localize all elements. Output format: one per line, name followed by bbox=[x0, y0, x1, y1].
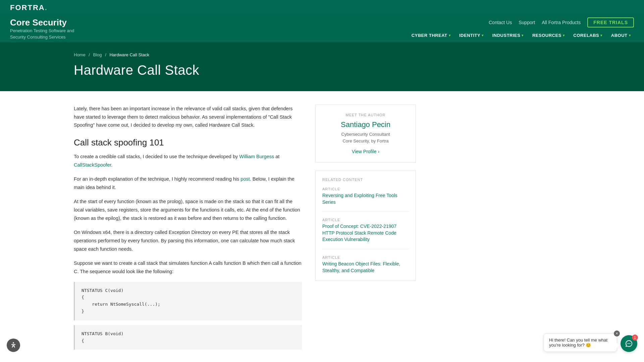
related-item-2-type: ARTICLE bbox=[322, 218, 409, 222]
nav-resources-label: RESOURCES bbox=[532, 33, 561, 38]
all-fortra-products-link[interactable]: All Fortra Products bbox=[542, 20, 581, 25]
header-brand: Core Security Penetration Testing Softwa… bbox=[10, 17, 84, 40]
chevron-right-icon: › bbox=[378, 149, 380, 154]
related-item-1-type: ARTICLE bbox=[322, 187, 409, 191]
william-burgess-link[interactable]: William Burgess bbox=[239, 154, 274, 159]
chat-bubble-text: Hi there! Can you tell me what you're lo… bbox=[549, 338, 607, 348]
brand-subtitle: Penetration Testing Software and Securit… bbox=[10, 28, 84, 40]
nav-corelabs-label: CORELABS bbox=[573, 33, 599, 38]
svg-point-0 bbox=[627, 343, 628, 344]
related-item-3-type: ARTICLE bbox=[322, 255, 409, 259]
header-right: Contact Us Support All Fortra Products F… bbox=[408, 17, 634, 41]
nav-about-label: ABOUT bbox=[611, 33, 628, 38]
chat-icon bbox=[625, 340, 633, 348]
sidebar: MEET THE AUTHOR Santiago Pecin Cybersecu… bbox=[315, 105, 416, 354]
nav-identity[interactable]: IDENTITY ▾ bbox=[456, 30, 487, 41]
breadcrumb-sep: / bbox=[89, 52, 90, 57]
chevron-down-icon: ▾ bbox=[522, 34, 524, 37]
hero-section: Home / Blog / Hardware Call Stack Hardwa… bbox=[0, 42, 644, 91]
author-company: Core Security, by Fortra bbox=[342, 138, 388, 143]
nav-industries-label: INDUSTRIES bbox=[492, 33, 521, 38]
related-label: RELATED CONTENT bbox=[322, 178, 409, 182]
related-item-3: ARTICLE Writing Beacon Object Files: Fle… bbox=[322, 255, 409, 274]
site-header: Core Security Penetration Testing Softwa… bbox=[0, 15, 644, 42]
chevron-down-icon: ▾ bbox=[563, 34, 565, 37]
accessibility-icon bbox=[10, 342, 17, 349]
author-title: Cybersecurity Consultant Core Security, … bbox=[322, 131, 409, 144]
contact-us-link[interactable]: Contact Us bbox=[489, 20, 512, 25]
chevron-down-icon: ▾ bbox=[482, 34, 484, 37]
article-para3: At the start of every function (known as… bbox=[74, 197, 302, 222]
top-links: Contact Us Support All Fortra Products F… bbox=[489, 17, 634, 27]
main-nav: CYBER THREAT ▾ IDENTITY ▾ INDUSTRIES ▾ R… bbox=[408, 30, 634, 41]
chevron-down-icon: ▾ bbox=[629, 34, 631, 37]
callstackspoofer-link[interactable]: CallStackSpoofer bbox=[74, 162, 111, 168]
related-item-3-link[interactable]: Writing Beacon Object Files: Flexible, S… bbox=[322, 261, 400, 273]
nav-cyber-threat[interactable]: CYBER THREAT ▾ bbox=[408, 30, 454, 41]
nav-industries[interactable]: INDUSTRIES ▾ bbox=[489, 30, 527, 41]
article-body: Lately, there has been an important incr… bbox=[74, 105, 302, 354]
related-item-2-link[interactable]: Proof of Concept: CVE-2022-21907 HTTP Pr… bbox=[322, 224, 396, 242]
author-job-title: Cybersecurity Consultant bbox=[341, 132, 390, 137]
article-para5: Suppose we want to create a call stack t… bbox=[74, 259, 302, 276]
nav-corelabs[interactable]: CORELABS ▾ bbox=[570, 30, 605, 41]
code-block-1-content: NTSTATUS C(void) { return NtSomeSyscall(… bbox=[82, 287, 295, 315]
chat-close-button[interactable]: × bbox=[614, 330, 620, 337]
main-content: Lately, there has been an important incr… bbox=[0, 91, 644, 362]
nav-cyber-threat-label: CYBER THREAT bbox=[412, 33, 447, 38]
breadcrumb: Home / Blog / Hardware Call Stack bbox=[74, 52, 570, 57]
post-link[interactable]: post bbox=[240, 176, 250, 182]
page-title: Hardware Call Stack bbox=[74, 63, 570, 78]
support-link[interactable]: Support bbox=[519, 20, 535, 25]
section1-title: Call stack spoofing 101 bbox=[74, 137, 302, 148]
related-item-1: ARTICLE Reversing and Exploiting Free To… bbox=[322, 187, 409, 212]
chat-bubble-container: Hi there! Can you tell me what you're lo… bbox=[543, 333, 617, 352]
chat-badge: 1 bbox=[632, 335, 638, 341]
code-block-2-content: NTSTATUS B(void) { bbox=[82, 330, 295, 345]
author-card: MEET THE AUTHOR Santiago Pecin Cybersecu… bbox=[315, 105, 416, 163]
author-name: Santiago Pecin bbox=[322, 120, 409, 129]
related-item-1-link[interactable]: Reversing and Exploiting Free Tools Seri… bbox=[322, 193, 397, 205]
code-block-1: NTSTATUS C(void) { return NtSomeSyscall(… bbox=[74, 282, 302, 320]
article-para4: On Windows x64, there is a directory cal… bbox=[74, 228, 302, 253]
article-intro: Lately, there has been an important incr… bbox=[74, 105, 302, 129]
chat-open-button[interactable]: 1 bbox=[621, 335, 637, 352]
accessibility-button[interactable] bbox=[7, 339, 20, 352]
chat-widget: Hi there! Can you tell me what you're lo… bbox=[543, 333, 637, 352]
brand-name: Core Security bbox=[10, 17, 84, 28]
article-para1: To create a credible call stacks, I deci… bbox=[74, 153, 302, 169]
logo-dot: . bbox=[45, 3, 48, 12]
svg-point-1 bbox=[629, 343, 629, 344]
top-bar: FORTRA. bbox=[0, 0, 644, 15]
chat-bubble: Hi there! Can you tell me what you're lo… bbox=[543, 333, 617, 352]
svg-point-2 bbox=[630, 343, 630, 344]
breadcrumb-current: Hardware Call Stack bbox=[109, 52, 149, 57]
view-profile-label: View Profile bbox=[352, 149, 377, 154]
free-trials-button[interactable]: FREE TRIALS bbox=[587, 17, 634, 27]
article-para2: For an in-depth explanation of the techn… bbox=[74, 175, 302, 191]
fortra-logo: FORTRA. bbox=[10, 3, 48, 12]
logo-text: FORTRA bbox=[10, 3, 45, 12]
related-content-card: RELATED CONTENT ARTICLE Reversing and Ex… bbox=[315, 171, 416, 281]
nav-resources[interactable]: RESOURCES ▾ bbox=[529, 30, 568, 41]
meet-author-label: MEET THE AUTHOR bbox=[322, 113, 409, 117]
chevron-down-icon: ▾ bbox=[449, 34, 451, 37]
breadcrumb-home[interactable]: Home bbox=[74, 52, 86, 57]
view-profile-button[interactable]: View Profile › bbox=[352, 149, 379, 154]
breadcrumb-blog[interactable]: Blog bbox=[93, 52, 102, 57]
breadcrumb-sep2: / bbox=[105, 52, 106, 57]
chevron-down-icon: ▾ bbox=[600, 34, 602, 37]
svg-point-3 bbox=[13, 342, 14, 344]
nav-identity-label: IDENTITY bbox=[459, 33, 480, 38]
nav-about[interactable]: ABOUT ▾ bbox=[608, 30, 634, 41]
code-block-2: NTSTATUS B(void) { bbox=[74, 325, 302, 350]
related-item-2: ARTICLE Proof of Concept: CVE-2022-21907… bbox=[322, 218, 409, 249]
